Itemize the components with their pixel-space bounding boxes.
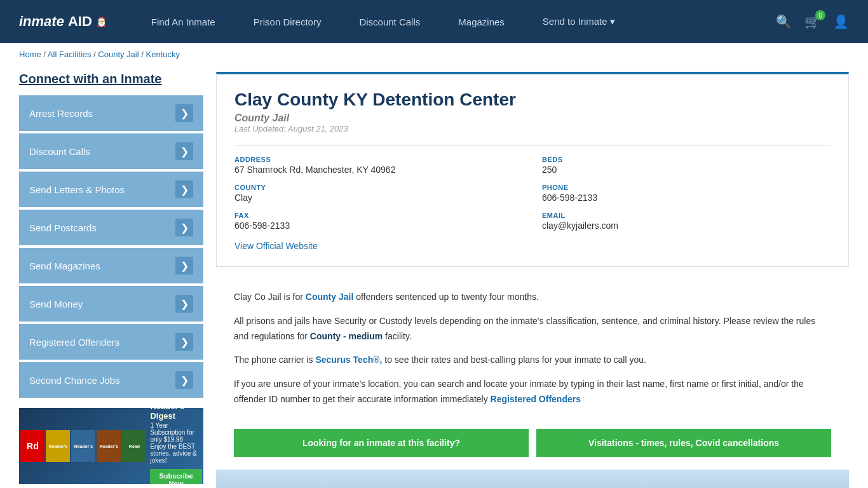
- sidebar-item-label: Registered Offenders: [29, 337, 119, 348]
- sidebar-arrow-icon: ❯: [175, 333, 193, 351]
- beds-label: BEDS: [542, 156, 831, 163]
- nav-send-to-inmate[interactable]: Send to Inmate ▾: [524, 0, 634, 43]
- breadcrumb-home[interactable]: Home: [19, 50, 41, 59]
- description-para1: Clay Co Jail is for County Jail offender…: [234, 290, 831, 305]
- ad-title: Reader's Digest: [150, 408, 201, 421]
- email-cell: EMAIL clay@kyjailers.com: [542, 212, 831, 231]
- photo-sky: [216, 470, 849, 488]
- ad-promo1: 1 Year Subscription for only $19.98: [150, 422, 201, 443]
- sidebar-arrow-icon: ❯: [175, 219, 193, 236]
- county-label: COUNTY: [234, 184, 523, 191]
- sidebar-item-label: Arrest Records: [29, 108, 93, 119]
- securus-tech-link[interactable]: Securus Tech®,: [315, 355, 382, 365]
- cart-icon[interactable]: 🛒 0: [804, 14, 820, 29]
- phone-cell: PHONE 606-598-2133: [542, 184, 831, 203]
- magazine-cover-3: Reader's: [71, 430, 95, 462]
- sidebar-item-send-letters[interactable]: Send Letters & Photos ❯: [19, 172, 203, 207]
- beds-value: 250: [542, 165, 831, 175]
- logo[interactable]: inmate AID 🎅: [19, 13, 107, 30]
- facility-photo: [216, 470, 849, 488]
- content-area: Clay County KY Detention Center County J…: [216, 72, 849, 488]
- sidebar-arrow-icon: ❯: [175, 371, 193, 389]
- breadcrumb-all-facilities[interactable]: All Facilities: [48, 50, 92, 59]
- description-para4: If you are unsure of your inmate's locat…: [234, 377, 831, 407]
- nav-prison-directory[interactable]: Prison Directory: [234, 0, 341, 43]
- magazine-cover-5: Read: [122, 430, 146, 462]
- cart-badge: 0: [815, 10, 825, 20]
- fax-label: FAX: [234, 212, 523, 219]
- logo-hat-icon: 🎅: [96, 17, 107, 27]
- sidebar-arrow-icon: ❯: [175, 180, 193, 198]
- description-area: Clay Co Jail is for County Jail offender…: [216, 280, 849, 429]
- nav-magazines[interactable]: Magazines: [439, 0, 524, 43]
- breadcrumb-county-jail[interactable]: County Jail: [98, 50, 139, 59]
- sidebar-item-arrest-records[interactable]: Arrest Records ❯: [19, 95, 203, 131]
- fax-value: 606-598-2133: [234, 220, 523, 231]
- nav-discount-calls[interactable]: Discount Calls: [340, 0, 439, 43]
- ad-inner: Rd Reader's Reader's Reader's Read Reade…: [20, 408, 201, 484]
- header-icons: 🔍 🛒 0 👤: [776, 14, 849, 29]
- sidebar-item-label: Send Letters & Photos: [29, 184, 125, 195]
- advertisement: Rd Reader's Reader's Reader's Read Reade…: [19, 408, 203, 484]
- county-value: Clay: [234, 193, 523, 203]
- magazine-cover-1: Rd: [20, 430, 44, 462]
- registered-offenders-link[interactable]: Registered Offenders: [491, 394, 581, 404]
- address-label: ADDRESS: [234, 156, 523, 163]
- sidebar-item-label: Send Magazines: [29, 261, 100, 271]
- county-medium-link[interactable]: County - medium: [310, 331, 383, 341]
- fax-cell: FAX 606-598-2133: [234, 212, 523, 231]
- nav-find-inmate[interactable]: Find An Inmate: [132, 0, 234, 43]
- visitation-button[interactable]: Visitations - times, rules, Covid cancel…: [536, 429, 831, 457]
- phone-label: PHONE: [542, 184, 831, 191]
- facility-info-grid: ADDRESS 67 Shamrock Rd, Manchester, KY 4…: [234, 145, 831, 231]
- facility-type: County Jail: [234, 112, 831, 124]
- description-para2: All prisons and jails have Security or C…: [234, 314, 831, 344]
- sidebar: Connect with an Inmate Arrest Records ❯ …: [19, 72, 203, 488]
- beds-cell: BEDS 250: [542, 156, 831, 175]
- ad-subscribe-button[interactable]: Subscribe Now: [150, 469, 201, 484]
- sidebar-arrow-icon: ❯: [175, 104, 193, 122]
- search-icon[interactable]: 🔍: [776, 14, 792, 29]
- email-value: clay@kyjailers.com: [542, 220, 831, 231]
- address-value: 67 Shamrock Rd, Manchester, KY 40962: [234, 165, 523, 175]
- main-nav: Find An Inmate Prison Directory Discount…: [132, 0, 750, 43]
- sidebar-menu: Arrest Records ❯ Discount Calls ❯ Send L…: [19, 95, 203, 398]
- magazine-cover-2: Reader's: [46, 430, 70, 462]
- facility-name: Clay County KY Detention Center: [234, 90, 831, 110]
- facility-updated: Last Updated: August 21, 2023: [234, 124, 831, 133]
- sidebar-item-label: Send Money: [29, 299, 83, 309]
- ad-text: Reader's Digest 1 Year Subscription for …: [150, 408, 201, 484]
- magazine-cover-4: Reader's: [97, 430, 121, 462]
- sidebar-item-send-money[interactable]: Send Money ❯: [19, 286, 203, 322]
- user-icon[interactable]: 👤: [833, 14, 849, 29]
- county-cell: COUNTY Clay: [234, 184, 523, 203]
- ad-promo2: Enjoy the BEST stories, advice & jokes!: [150, 443, 201, 464]
- sidebar-item-send-postcards[interactable]: Send Postcards ❯: [19, 210, 203, 245]
- sidebar-item-registered-offenders[interactable]: Registered Offenders ❯: [19, 324, 203, 360]
- sidebar-item-second-chance-jobs[interactable]: Second Chance Jobs ❯: [19, 362, 203, 398]
- sidebar-item-label: Send Postcards: [29, 222, 97, 233]
- sidebar-arrow-icon: ❯: [175, 142, 193, 160]
- sidebar-item-label: Second Chance Jobs: [29, 375, 120, 386]
- sidebar-arrow-icon: ❯: [175, 295, 193, 313]
- breadcrumb: Home / All Facilities / County Jail / Ke…: [0, 43, 868, 65]
- breadcrumb-kentucky[interactable]: Kentucky: [146, 50, 179, 59]
- facility-card: Clay County KY Detention Center County J…: [216, 72, 849, 267]
- sidebar-item-label: Discount Calls: [29, 146, 90, 157]
- main-layout: Connect with an Inmate Arrest Records ❯ …: [0, 65, 868, 488]
- sidebar-item-send-magazines[interactable]: Send Magazines ❯: [19, 248, 203, 283]
- sidebar-arrow-icon: ❯: [175, 257, 193, 274]
- site-header: inmate AID 🎅 Find An Inmate Prison Direc…: [0, 0, 868, 43]
- email-label: EMAIL: [542, 212, 831, 219]
- inmate-lookup-button[interactable]: Looking for an inmate at this facility?: [234, 429, 529, 457]
- description-para3: The phone carrier is Securus Tech®, to s…: [234, 353, 831, 368]
- action-buttons: Looking for an inmate at this facility? …: [216, 429, 849, 470]
- county-jail-link1[interactable]: County Jail: [306, 292, 353, 302]
- sidebar-title: Connect with an Inmate: [19, 72, 203, 86]
- phone-value: 606-598-2133: [542, 193, 831, 203]
- address-cell: ADDRESS 67 Shamrock Rd, Manchester, KY 4…: [234, 156, 523, 175]
- official-website-link[interactable]: View Official Website: [234, 241, 318, 251]
- sidebar-item-discount-calls[interactable]: Discount Calls ❯: [19, 133, 203, 169]
